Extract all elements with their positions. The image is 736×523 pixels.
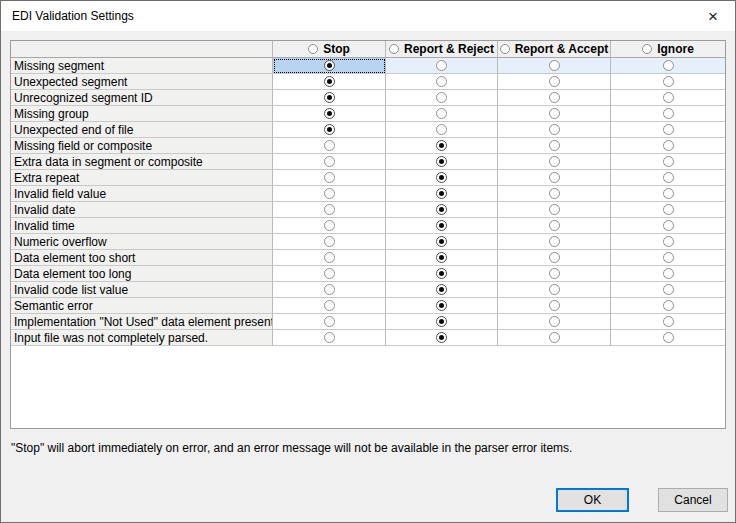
radio-icon[interactable] (549, 316, 560, 327)
radio-cell-stop[interactable] (273, 314, 386, 330)
radio-icon[interactable] (663, 236, 674, 247)
radio-selected-icon[interactable] (436, 300, 447, 311)
column-header-report-reject[interactable]: Report & Reject (386, 41, 498, 58)
radio-icon[interactable] (663, 332, 674, 343)
radio-icon[interactable] (436, 60, 447, 71)
radio-cell-report-accept[interactable] (498, 234, 611, 250)
radio-icon[interactable] (436, 76, 447, 87)
radio-cell-report-accept[interactable] (498, 58, 611, 74)
radio-icon[interactable] (324, 316, 335, 327)
radio-icon[interactable] (549, 332, 560, 343)
radio-cell-ignore[interactable] (611, 282, 725, 298)
radio-icon[interactable] (663, 124, 674, 135)
radio-cell-ignore[interactable] (611, 186, 725, 202)
column-radio-icon[interactable] (308, 44, 318, 54)
radio-selected-icon[interactable] (436, 204, 447, 215)
radio-cell-report-reject[interactable] (386, 106, 498, 122)
radio-cell-report-reject[interactable] (386, 266, 498, 282)
radio-selected-icon[interactable] (436, 188, 447, 199)
radio-selected-icon[interactable] (324, 124, 335, 135)
radio-cell-report-reject[interactable] (386, 234, 498, 250)
radio-icon[interactable] (324, 188, 335, 199)
radio-cell-report-accept[interactable] (498, 218, 611, 234)
radio-icon[interactable] (324, 284, 335, 295)
radio-cell-stop[interactable] (273, 202, 386, 218)
radio-cell-report-reject[interactable] (386, 202, 498, 218)
radio-selected-icon[interactable] (324, 92, 335, 103)
radio-icon[interactable] (549, 140, 560, 151)
radio-icon[interactable] (663, 156, 674, 167)
radio-cell-report-accept[interactable] (498, 266, 611, 282)
radio-cell-stop[interactable] (273, 74, 386, 90)
radio-cell-report-accept[interactable] (498, 250, 611, 266)
radio-cell-report-reject[interactable] (386, 122, 498, 138)
radio-icon[interactable] (663, 268, 674, 279)
radio-icon[interactable] (663, 204, 674, 215)
radio-cell-ignore[interactable] (611, 106, 725, 122)
radio-selected-icon[interactable] (324, 108, 335, 119)
radio-icon[interactable] (663, 140, 674, 151)
radio-cell-ignore[interactable] (611, 154, 725, 170)
radio-cell-stop[interactable] (273, 266, 386, 282)
radio-cell-report-accept[interactable] (498, 282, 611, 298)
radio-icon[interactable] (549, 252, 560, 263)
column-header-report-accept[interactable]: Report & Accept (498, 41, 611, 58)
radio-cell-report-reject[interactable] (386, 90, 498, 106)
radio-cell-stop[interactable] (273, 122, 386, 138)
radio-selected-icon[interactable] (436, 236, 447, 247)
radio-cell-stop[interactable] (273, 106, 386, 122)
radio-icon[interactable] (549, 172, 560, 183)
radio-cell-ignore[interactable] (611, 298, 725, 314)
radio-cell-report-accept[interactable] (498, 106, 611, 122)
radio-icon[interactable] (549, 108, 560, 119)
radio-cell-stop[interactable] (273, 90, 386, 106)
radio-selected-icon[interactable] (436, 252, 447, 263)
radio-cell-report-accept[interactable] (498, 330, 611, 346)
radio-cell-stop[interactable] (273, 170, 386, 186)
radio-cell-ignore[interactable] (611, 314, 725, 330)
radio-cell-ignore[interactable] (611, 58, 725, 74)
radio-cell-stop[interactable] (273, 138, 386, 154)
radio-cell-report-accept[interactable] (498, 298, 611, 314)
column-radio-icon[interactable] (500, 44, 510, 54)
column-radio-icon[interactable] (389, 44, 399, 54)
radio-selected-icon[interactable] (436, 220, 447, 231)
radio-cell-report-accept[interactable] (498, 186, 611, 202)
radio-selected-icon[interactable] (324, 76, 335, 87)
radio-cell-ignore[interactable] (611, 250, 725, 266)
radio-selected-icon[interactable] (436, 332, 447, 343)
radio-cell-report-accept[interactable] (498, 314, 611, 330)
radio-cell-report-accept[interactable] (498, 90, 611, 106)
radio-icon[interactable] (436, 92, 447, 103)
radio-icon[interactable] (663, 92, 674, 103)
column-header-stop[interactable]: Stop (273, 41, 386, 58)
radio-icon[interactable] (324, 332, 335, 343)
radio-icon[interactable] (663, 284, 674, 295)
radio-cell-report-reject[interactable] (386, 218, 498, 234)
radio-icon[interactable] (324, 268, 335, 279)
radio-icon[interactable] (663, 172, 674, 183)
radio-icon[interactable] (549, 236, 560, 247)
radio-icon[interactable] (324, 140, 335, 151)
radio-cell-report-reject[interactable] (386, 170, 498, 186)
radio-cell-stop[interactable] (273, 282, 386, 298)
cancel-button[interactable]: Cancel (658, 488, 728, 512)
radio-cell-ignore[interactable] (611, 266, 725, 282)
radio-cell-report-reject[interactable] (386, 330, 498, 346)
radio-selected-icon[interactable] (436, 284, 447, 295)
radio-cell-ignore[interactable] (611, 234, 725, 250)
radio-cell-stop[interactable] (273, 250, 386, 266)
radio-cell-stop[interactable] (273, 234, 386, 250)
radio-cell-report-accept[interactable] (498, 138, 611, 154)
radio-cell-report-reject[interactable] (386, 250, 498, 266)
radio-selected-icon[interactable] (436, 156, 447, 167)
radio-selected-icon[interactable] (436, 172, 447, 183)
radio-cell-report-accept[interactable] (498, 202, 611, 218)
radio-cell-report-reject[interactable] (386, 314, 498, 330)
radio-selected-icon[interactable] (324, 60, 335, 71)
radio-cell-stop[interactable] (273, 154, 386, 170)
radio-icon[interactable] (549, 300, 560, 311)
column-header-ignore[interactable]: Ignore (611, 41, 725, 58)
radio-icon[interactable] (324, 156, 335, 167)
radio-selected-icon[interactable] (436, 268, 447, 279)
